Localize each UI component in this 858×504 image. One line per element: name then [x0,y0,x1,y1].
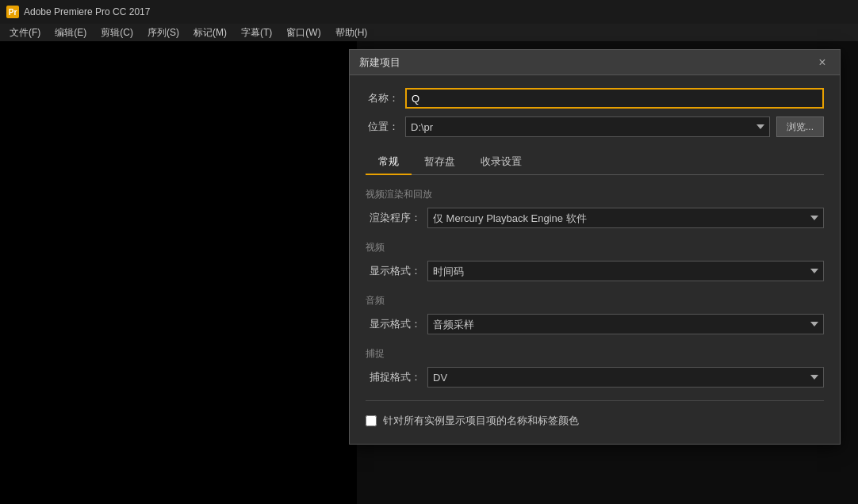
capture-format-select[interactable]: DV HDV [427,367,824,388]
location-label: 位置： [366,120,399,134]
browse-button[interactable]: 浏览... [776,116,824,137]
show-labels-checkbox[interactable] [366,415,377,426]
dialog-title: 新建项目 [359,55,400,70]
renderer-row: 渲染程序： 仅 Mercury Playback Engine 软件 Mercu… [366,208,824,228]
audio-display-row: 显示格式： 音频采样 毫秒 [366,314,824,334]
project-name-input[interactable] [405,88,824,109]
video-section: 视频 显示格式： 时间码 帧 英尺+帧 英尺 [366,241,824,281]
dialog-close-button[interactable]: × [814,55,830,71]
app-area: 新建项目 × 名称： 位置： D:\pr 浏览... 常规 暂存盘 [0,41,858,504]
checkbox-row: 针对所有实例显示项目项的名称和标签颜色 [366,400,824,428]
renderer-select[interactable]: 仅 Mercury Playback Engine 软件 Mercury Pla… [427,208,824,228]
app-title: Adobe Premiere Pro CC 2017 [24,6,150,17]
video-render-section: 视频渲染和回放 渲染程序： 仅 Mercury Playback Engine … [366,188,824,228]
renderer-label: 渲染程序： [366,211,421,225]
dialog-title-bar: 新建项目 × [350,50,840,75]
location-field-row: 位置： D:\pr 浏览... [366,116,824,137]
checkbox-label: 针对所有实例显示项目项的名称和标签颜色 [383,414,579,428]
video-render-title: 视频渲染和回放 [366,188,824,201]
audio-title: 音频 [366,294,824,307]
capture-format-row: 捕捉格式： DV HDV [366,367,824,388]
menu-clip[interactable]: 剪辑(C) [94,25,140,41]
audio-section: 音频 显示格式： 音频采样 毫秒 [366,294,824,334]
video-display-label: 显示格式： [366,264,421,278]
tab-bar: 常规 暂存盘 收录设置 [366,150,824,175]
capture-format-label: 捕捉格式： [366,370,421,384]
name-field-row: 名称： [366,88,824,109]
dialog-body: 名称： 位置： D:\pr 浏览... 常规 暂存盘 收录设置 视频渲染和回放 [350,75,840,444]
capture-title: 捕捉 [366,347,824,361]
new-project-dialog: 新建项目 × 名称： 位置： D:\pr 浏览... 常规 暂存盘 [349,49,841,445]
video-display-select[interactable]: 时间码 帧 英尺+帧 英尺 [427,261,824,281]
menu-file[interactable]: 文件(F) [3,25,47,41]
menu-title[interactable]: 字幕(T) [235,25,278,41]
app-icon: Pr [6,6,19,18]
tab-scratch[interactable]: 暂存盘 [412,150,468,175]
title-bar: Pr Adobe Premiere Pro CC 2017 [0,0,858,24]
menu-marker[interactable]: 标记(M) [187,25,233,41]
name-label: 名称： [366,91,399,105]
menu-help[interactable]: 帮助(H) [329,25,374,41]
location-select[interactable]: D:\pr [405,116,770,137]
menu-sequence[interactable]: 序列(S) [141,25,186,41]
menu-bar: 文件(F) 编辑(E) 剪辑(C) 序列(S) 标记(M) 字幕(T) 窗口(W… [0,24,858,41]
audio-display-select[interactable]: 音频采样 毫秒 [427,314,824,334]
menu-window[interactable]: 窗口(W) [280,25,327,41]
capture-section: 捕捉 捕捉格式： DV HDV [366,347,824,388]
menu-edit[interactable]: 编辑(E) [48,25,93,41]
video-title: 视频 [366,241,824,254]
video-display-row: 显示格式： 时间码 帧 英尺+帧 英尺 [366,261,824,281]
tab-general[interactable]: 常规 [366,150,412,175]
audio-display-label: 显示格式： [366,317,421,331]
tab-ingest[interactable]: 收录设置 [468,150,534,175]
